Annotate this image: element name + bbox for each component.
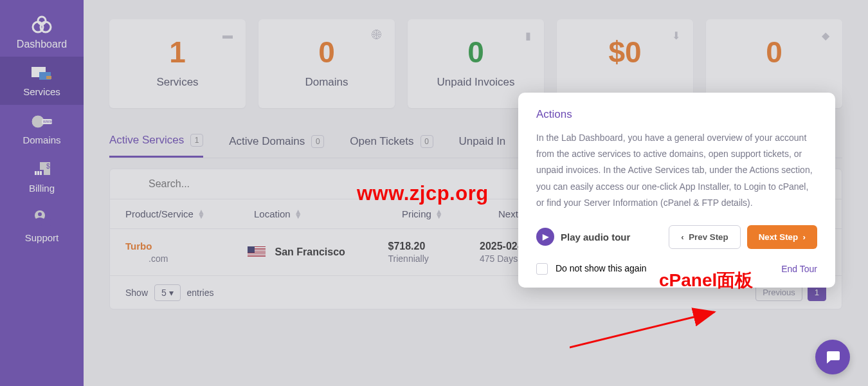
dont-show-again[interactable]: Do not show this again [536, 263, 647, 275]
cpanel-annotation: cPanel面板 [659, 268, 753, 293]
tab-label: Open Tickets [350, 135, 413, 148]
tab-label: Active Domains [229, 135, 305, 148]
domains-icon: WWW [30, 113, 53, 131]
sidebar: Dashboard Services WWW Domains $ Billing… [0, 0, 84, 386]
sidebar-item-support[interactable]: Support [0, 201, 84, 251]
logo-icon [28, 14, 56, 39]
support-icon [31, 209, 53, 228]
prev-step-button[interactable]: ‹ Prev Step [669, 225, 740, 249]
end-tour-link[interactable]: End Tour [781, 264, 817, 274]
stat-label: Unpaid Invoices [420, 76, 531, 89]
price-amount: $718.20 [388, 241, 480, 252]
product-name: Turbo [125, 241, 248, 252]
cell-location: San Francisco [248, 246, 388, 259]
tour-body: In the Lab Dashboard, you have a general… [536, 130, 817, 211]
watermark-annotation: www.zjcp.org [357, 182, 489, 205]
play-audio-button[interactable]: ▶ Play audio tour [536, 228, 630, 246]
tag-icon: ◆ [822, 30, 829, 42]
stat-value: 0 [420, 35, 531, 69]
svg-rect-15 [40, 171, 42, 175]
us-flag-icon [248, 246, 266, 258]
tab-active-domains[interactable]: Active Domains 0 [229, 134, 324, 158]
stat-value: 0 [719, 35, 829, 69]
sidebar-item-billing[interactable]: $ Billing [0, 153, 84, 201]
tab-badge: 0 [420, 135, 433, 148]
sidebar-item-label: Support [25, 232, 59, 243]
file-icon: ▮ [525, 30, 531, 42]
next-step-button[interactable]: Next Step › [747, 225, 817, 249]
globe-icon: 🌐︎ [372, 30, 382, 41]
show-entries: Show 5 ▾ entries [125, 288, 214, 298]
entries-select[interactable]: 5 ▾ [154, 284, 181, 301]
chat-icon [824, 349, 841, 365]
cell-pricing: $718.20 Triennially [388, 241, 480, 264]
tab-unpaid-invoices[interactable]: Unpaid In [459, 134, 506, 158]
col-location[interactable]: Location▲▼ [254, 208, 402, 219]
product-domain: .com [149, 253, 248, 264]
sidebar-item-domains[interactable]: WWW Domains [0, 105, 84, 153]
tour-popup: Actions In the Lab Dashboard, you have a… [518, 93, 835, 288]
svg-rect-14 [37, 171, 39, 175]
sort-icon: ▲▼ [435, 210, 443, 219]
tab-badge: 0 [311, 135, 324, 148]
svg-point-17 [38, 212, 42, 216]
search-input[interactable] [128, 178, 321, 190]
sidebar-item-label: Domains [23, 134, 60, 145]
stat-value: $0 [570, 35, 680, 69]
download-icon: ⬇ [672, 30, 680, 42]
checkbox-icon[interactable] [536, 263, 548, 275]
svg-rect-18 [41, 219, 51, 226]
svg-text:$: $ [46, 163, 50, 170]
tab-open-tickets[interactable]: Open Tickets 0 [350, 134, 433, 158]
play-label: Play audio tour [561, 232, 630, 243]
play-icon: ▶ [536, 228, 554, 246]
cell-product[interactable]: Turbo .com [125, 241, 248, 264]
tab-active-services[interactable]: Active Services 1 [109, 134, 203, 158]
tab-label: Unpaid In [459, 135, 506, 148]
col-product[interactable]: Product/Service▲▼ [125, 208, 254, 219]
stat-label: Domains [271, 76, 382, 89]
sidebar-item-label: Services [23, 86, 60, 97]
sort-icon: ▲▼ [294, 210, 302, 219]
svg-rect-13 [35, 171, 37, 175]
svg-rect-5 [46, 76, 51, 79]
tab-label: Active Services [109, 134, 184, 147]
services-icon [29, 64, 55, 82]
svg-text:WWW: WWW [43, 120, 52, 124]
sidebar-logo-label: Dashboard [17, 39, 67, 50]
tab-badge: 1 [190, 134, 203, 147]
stat-label: Services [122, 76, 233, 89]
sidebar-item-services[interactable]: Services [0, 57, 84, 105]
monitor-icon: ▬ [222, 30, 233, 41]
sidebar-logo[interactable]: Dashboard [0, 6, 84, 57]
col-pricing[interactable]: Pricing▲▼ [402, 208, 498, 219]
stat-value: 0 [271, 35, 382, 69]
sidebar-item-label: Billing [29, 183, 55, 194]
tour-title: Actions [536, 108, 817, 121]
stat-services[interactable]: ▬ 1 Services [109, 19, 246, 108]
chat-widget[interactable] [815, 340, 850, 374]
price-cycle: Triennially [388, 253, 480, 264]
location-text: San Francisco [275, 246, 345, 257]
sort-icon: ▲▼ [197, 210, 205, 219]
billing-icon: $ [31, 161, 53, 179]
stat-domains[interactable]: 🌐︎ 0 Domains [258, 19, 395, 108]
stat-value: 1 [122, 35, 233, 69]
